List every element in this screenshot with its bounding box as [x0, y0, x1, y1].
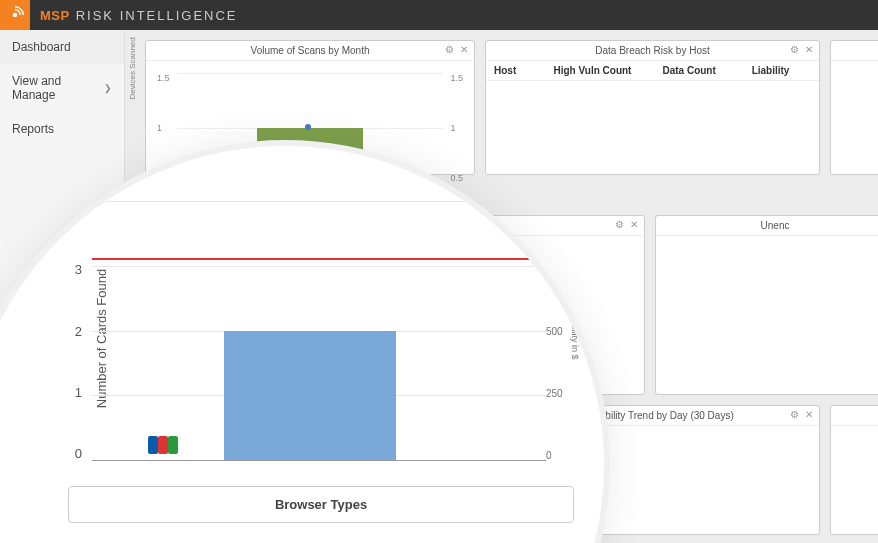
gear-icon[interactable]: ⚙ [615, 219, 624, 230]
chevron-right-icon: ❯ [104, 83, 112, 93]
pan-cards-chart: Number of Cards Found Liability in $ 4 3… [86, 201, 576, 461]
brand-logo-icon [0, 0, 30, 30]
app-header: MSP RISK INTELLIGENCE [0, 0, 878, 30]
jcb-card-icon [148, 436, 178, 454]
svg-point-0 [13, 13, 18, 18]
y-ticks-left: 4 3 2 1 0 [66, 201, 82, 461]
sidebar-item-label: View and Manage [12, 74, 104, 102]
sidebar-item-reports[interactable]: Reports [0, 112, 124, 146]
panel-title: Browser Types [69, 487, 573, 522]
sidebar-item-label: Reports [12, 122, 54, 136]
panel-partial-bottom [830, 405, 878, 535]
sidebar-item-label: Dashboard [12, 40, 71, 54]
bar-jcb [224, 331, 397, 461]
panel-unencrypted: Unenc [655, 215, 878, 395]
dot-scans [305, 124, 311, 130]
y-ticks-right: 1.5 1 0.5 [450, 73, 463, 183]
brand-text-2: RISK INTELLIGENCE [76, 8, 238, 23]
big-plot [92, 201, 546, 461]
gear-icon[interactable]: ⚙ [445, 44, 454, 55]
close-icon[interactable]: ✕ [460, 44, 468, 55]
panel-data-breach: Data Breach Risk by Host ⚙ ✕ Host High V… [485, 40, 820, 175]
liability-line [92, 258, 546, 260]
gear-icon[interactable]: ⚙ [790, 409, 799, 420]
panel-title: Data Breach Risk by Host ⚙ ✕ [486, 41, 819, 61]
panel-partial-top [830, 40, 878, 175]
brand-text-1: MSP [40, 8, 70, 23]
axis-label-left: Devices Scanned [128, 37, 137, 99]
sidebar-item-dashboard[interactable]: Dashboard [0, 30, 124, 64]
panel-browser-types: Browser Types [68, 486, 574, 523]
close-icon[interactable]: ✕ [805, 44, 813, 55]
close-icon[interactable]: ✕ [630, 219, 638, 230]
gear-icon[interactable]: ⚙ [790, 44, 799, 55]
panel-title: Volume of Scans by Month ⚙ ✕ [146, 41, 474, 61]
table-header: Host High Vuln Count Data Count Liabilit… [486, 61, 819, 81]
sidebar-item-view-manage[interactable]: View and Manage ❯ [0, 64, 124, 112]
close-icon[interactable]: ✕ [805, 409, 813, 420]
